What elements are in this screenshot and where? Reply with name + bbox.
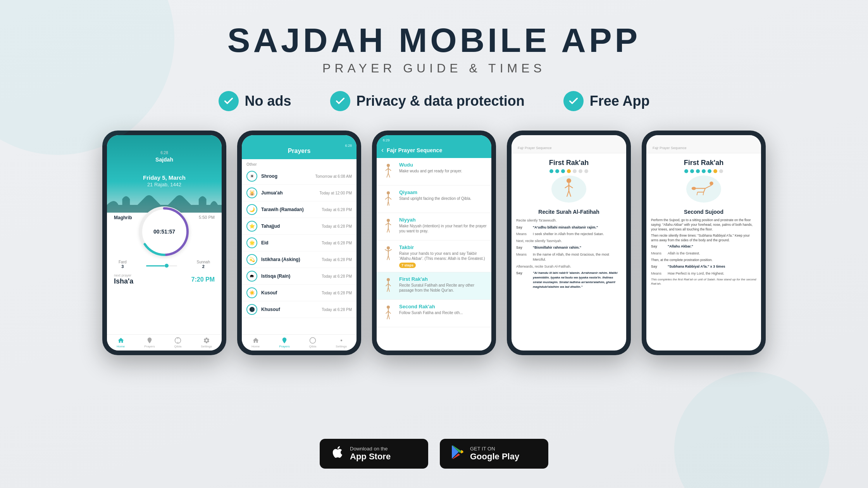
seq-item-first-rakah[interactable]: First Rak'ah Recite Suratul Fatihah and … (377, 272, 491, 300)
seq-text-first-rakah: First Rak'ah Recite Suratul Fatihah and … (399, 276, 487, 293)
nav2-qibla[interactable]: Qibla (309, 337, 317, 348)
phone-3: 6:29 ‹ Fajr Prayer Sequence (372, 131, 496, 355)
prayer-item-8[interactable]: 🌑 Khusouf Today at 6:28 PM (242, 301, 356, 318)
dot5-7 (719, 169, 723, 173)
desc-5: Perform the Sujood, go to a sitting posi… (651, 218, 756, 232)
dot5-2 (690, 169, 694, 173)
seq-item-wudu[interactable]: Wudu Make wudu and get ready for prayer. (377, 158, 491, 186)
sunnah-count: 2 (197, 264, 210, 269)
nav-home-label: Home (117, 345, 125, 348)
phone4-seq-title: Fajr Prayer Sequence (516, 146, 622, 150)
svg-line-28 (385, 249, 388, 251)
svg-point-8 (387, 164, 390, 167)
phone1-prayer-label: Maghrib (114, 215, 132, 220)
svg-point-7 (340, 340, 342, 342)
nav-home[interactable]: Home (117, 337, 125, 348)
means-label-5-1: Means (651, 251, 665, 256)
phone3-content: 6:29 ‹ Fajr Prayer Sequence (377, 135, 491, 351)
means-label-4-2: Means (516, 252, 530, 258)
check-icon-2 (330, 91, 350, 111)
appstore-small: Download on the (350, 446, 391, 452)
nav-prayers[interactable]: Prayers (144, 337, 155, 348)
svg-line-11 (388, 168, 391, 171)
prayer-time-6: Today at 6:28 PM (322, 274, 352, 278)
prayer-time-0: Tomorrow at 6:08 AM (315, 174, 352, 179)
svg-line-29 (388, 249, 392, 251)
prayer-item-3[interactable]: ⭐ Tahajjud Today at 6:28 PM (242, 218, 356, 235)
prayer-item-4[interactable]: 🌟 Eid Today at 6:28 PM (242, 235, 356, 251)
googleplay-big: Google Play (470, 452, 519, 462)
prayer-name-1: Jumua'ah (261, 190, 316, 196)
phone1-content: 6:28 Sajdah Friday 5, March 21 Rajab, 14… (107, 135, 222, 351)
seq-item-second-rakah[interactable]: Second Rak'ah Follow Surah Fatiha and Re… (377, 300, 491, 327)
svg-point-32 (387, 278, 390, 281)
phone4-content: Fajr Prayer Sequence First Rak'ah (512, 135, 626, 351)
googleplay-button[interactable]: GET IT ON Google Play (440, 439, 548, 469)
seq-item-takbir[interactable]: Takbir Raise your hands to your ears and… (377, 241, 491, 272)
svg-line-19 (388, 201, 389, 206)
nav2-prayers[interactable]: Prayers (279, 337, 290, 348)
apple-icon (331, 445, 344, 462)
next-prayer-label: next prayer (114, 273, 133, 277)
feature-text-3: Free App (590, 93, 650, 109)
seq-item-niyyah[interactable]: Niyyah Make Niyyah (intention) in your h… (377, 213, 491, 241)
rakah-title-4: First Rak'ah (515, 159, 622, 167)
prayer-name-7: Kusouf (261, 290, 318, 296)
nav-qibla[interactable]: Qibla (174, 337, 182, 348)
seq-name-qiyaam: Qiyaam (399, 189, 487, 195)
svg-line-16 (385, 197, 388, 199)
tasmiyah-intro: Next, recite silently Tasmiyah. (516, 239, 622, 244)
phone2-header: 6:28 Prayers (242, 135, 356, 159)
svg-line-10 (386, 168, 388, 171)
phone1-app-name-label: Sajdah (107, 156, 222, 163)
prayer-name-5: Istikhara (Asking) (261, 257, 318, 262)
say-text-5-1: "Allahu Akbar." (668, 244, 693, 249)
prayer-item-0[interactable]: ☀ Shroog Tomorrow at 6:08 AM (242, 168, 356, 185)
svg-point-20 (387, 219, 390, 222)
phone-4-inner: Fajr Prayer Sequence First Rak'ah (512, 135, 626, 351)
prayer-icon-8: 🌑 (246, 304, 257, 315)
nav2-settings[interactable]: Settings (336, 337, 347, 348)
check-icon-3 (563, 91, 584, 111)
phone3-back-icon[interactable]: ‹ (381, 146, 384, 154)
phone-1-inner: 6:28 Sajdah Friday 5, March 21 Rajab, 14… (107, 135, 222, 351)
prayer-circle: 00:51:57 (139, 206, 189, 257)
appstore-big: App Store (350, 452, 391, 462)
seq-text-second-rakah: Second Rak'ah Follow Surah Fatiha and Re… (399, 304, 487, 315)
nav-settings[interactable]: Settings (201, 337, 212, 348)
svg-line-31 (388, 256, 389, 260)
seq-desc-first-rakah: Recite Suratul Fatihah and Recite any ot… (399, 283, 487, 293)
seq-item-qiyaam[interactable]: Qiyaam Stand upright facing the directio… (377, 186, 491, 213)
svg-line-22 (386, 223, 388, 225)
phone5-header: Fajr Prayer Sequence (646, 135, 761, 153)
say-text-4-1: "A'udhu billahi minash shaitanir rajim." (533, 225, 598, 230)
phone2-status-time: 6:28 (242, 144, 356, 148)
prayer-item-5[interactable]: 💫 Istikhara (Asking) Today at 6:28 PM (242, 251, 356, 268)
phone-1: 6:28 Sajdah Friday 5, March 21 Rajab, 14… (102, 131, 226, 355)
rakah-figure-4 (551, 175, 586, 203)
seq-name-second-rakah: Second Rak'ah (399, 304, 487, 309)
detail-block-4: Recite silently Ta'awwudh. Say "A'udhu b… (512, 218, 626, 291)
prayer-item-1[interactable]: 🕌 Jumua'ah Today at 12:00 PM (242, 185, 356, 201)
seq-text-qiyaam: Qiyaam Stand upright facing the directio… (399, 189, 487, 201)
svg-line-48 (567, 191, 569, 196)
seq-icon-second-rakah (381, 304, 395, 323)
seq-text-takbir: Takbir Raise your hands to your ears and… (399, 244, 487, 268)
say-label-4-3: Say (516, 271, 530, 276)
rakah-figure-5 (686, 175, 721, 203)
fard-label: Fard (119, 260, 127, 264)
phone3-header: 6:29 ‹ Fajr Prayer Sequence (377, 135, 491, 158)
phone1-date-line2: 21 Rajab, 1442 (143, 182, 186, 187)
svg-line-43 (388, 314, 389, 319)
sunnah-label: Sunnah (197, 260, 210, 264)
prayer-icon-1: 🕌 (246, 187, 257, 198)
appstore-button[interactable]: Download on the App Store (320, 439, 428, 469)
nav2-home[interactable]: Home (251, 337, 260, 348)
prayer-item-2[interactable]: 🌙 Tarawih (Ramadan) Today at 6:28 PM (242, 201, 356, 218)
dot-1 (549, 169, 553, 173)
prayer-item-6[interactable]: 🌧 Istisqa (Rain) Today at 6:28 PM (242, 268, 356, 285)
svg-point-57 (692, 187, 696, 190)
svg-line-36 (387, 287, 388, 292)
prayer-item-7[interactable]: ☀️ Kusouf Today at 6:28 PM (242, 285, 356, 301)
svg-line-49 (569, 191, 571, 196)
